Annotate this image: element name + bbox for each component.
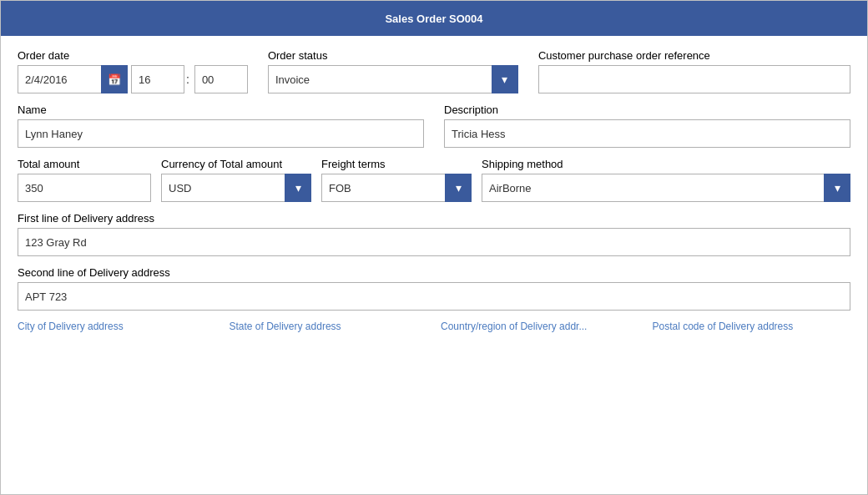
shipping-select-wrapper: AirBorne FedEx UPS USPS DHL [482, 174, 850, 202]
order-status-group: Order status Invoice Draft Confirmed Shi… [268, 49, 518, 93]
page-title: Sales Order SO004 [385, 13, 482, 25]
description-input[interactable] [444, 119, 850, 148]
time-separator: : [186, 65, 189, 93]
row-address2: Second line of Delivery address [18, 266, 850, 311]
hour-select[interactable]: 16 [131, 65, 184, 93]
hour-select-wrapper: 16 [131, 65, 184, 93]
row-order-date: Order date 📅 16 : 00 [18, 49, 850, 93]
address1-label: First line of Delivery address [18, 212, 850, 225]
row-address1: First line of Delivery address [18, 212, 850, 256]
shipping-select[interactable]: AirBorne FedEx UPS USPS DHL [482, 174, 850, 202]
city-label: City of Delivery address [18, 321, 216, 332]
description-label: Description [444, 104, 850, 116]
main-window: Sales Order SO004 Order date 📅 16 [0, 0, 868, 495]
total-amount-label: Total amount [18, 158, 151, 170]
shipping-group: Shipping method AirBorne FedEx UPS USPS … [482, 158, 850, 202]
shipping-label: Shipping method [482, 158, 850, 170]
date-input-wrapper: 📅 [18, 65, 128, 93]
cust-po-group: Customer purchase order reference [538, 49, 850, 93]
address2-label: Second line of Delivery address [18, 266, 850, 279]
order-date-group: Order date 📅 16 : 00 [18, 49, 248, 93]
currency-select-wrapper: USD EUR GBP CAD AUD [161, 174, 311, 202]
country-label: Country/region of Delivery addr... [441, 321, 639, 332]
freight-select[interactable]: FOB CIF EXW DDP CFR [321, 174, 472, 202]
bottom-labels-row: City of Delivery address State of Delive… [18, 321, 850, 332]
minute-select-wrapper: 00 [194, 65, 248, 93]
currency-label: Currency of Total amount [161, 158, 311, 170]
freight-select-wrapper: FOB CIF EXW DDP CFR [321, 174, 472, 202]
form-content: Order date 📅 16 : 00 [1, 36, 867, 494]
order-status-select-wrapper: Invoice Draft Confirmed Shipped Cancelle… [268, 65, 518, 93]
description-group: Description [444, 104, 850, 148]
order-status-select[interactable]: Invoice Draft Confirmed Shipped Cancelle… [268, 65, 518, 93]
address2-input[interactable] [18, 282, 850, 311]
postal-code-label: Postal code of Delivery address [653, 321, 851, 332]
state-label: State of Delivery address [230, 321, 428, 332]
freight-group: Freight terms FOB CIF EXW DDP CFR [321, 158, 472, 202]
currency-group: Currency of Total amount USD EUR GBP CAD… [161, 158, 311, 202]
cust-po-label: Customer purchase order reference [538, 49, 850, 62]
freight-label: Freight terms [321, 158, 472, 170]
minute-select[interactable]: 00 [194, 65, 248, 93]
name-input[interactable] [18, 119, 424, 148]
total-amount-group: Total amount [18, 158, 151, 202]
title-bar: Sales Order SO004 [1, 1, 867, 36]
cust-po-input[interactable] [538, 65, 850, 93]
currency-select[interactable]: USD EUR GBP CAD AUD [161, 174, 311, 202]
address1-input[interactable] [18, 228, 850, 256]
row-name-description: Name Description [18, 104, 850, 148]
date-time-group: 📅 16 : 00 [18, 65, 248, 93]
calendar-button[interactable]: 📅 [101, 65, 128, 93]
row-amounts: Total amount Currency of Total amount US… [18, 158, 850, 202]
order-date-input[interactable] [18, 65, 101, 93]
name-group: Name [18, 104, 424, 148]
order-date-label: Order date [18, 49, 248, 62]
name-label: Name [18, 104, 424, 116]
total-amount-input[interactable] [18, 174, 151, 202]
order-status-label: Order status [268, 49, 518, 62]
